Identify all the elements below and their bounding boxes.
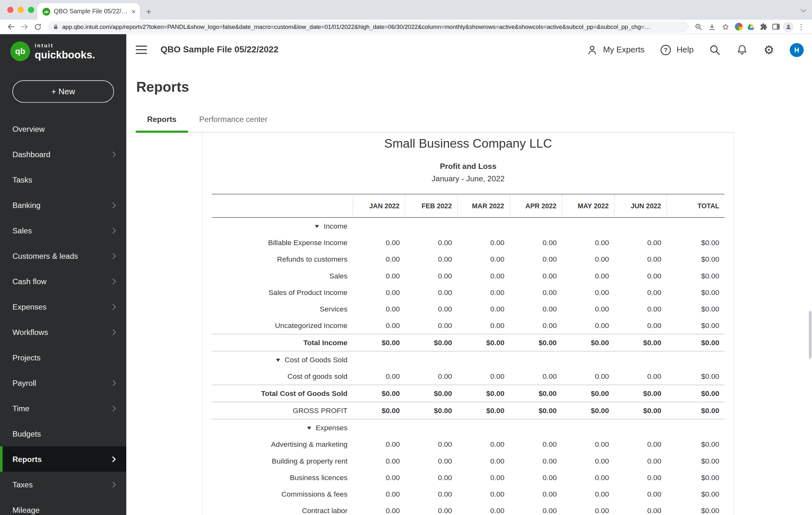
window-minimize-button[interactable] [18,7,24,13]
browser-profile-avatar[interactable] [782,20,794,33]
value-cell: 0.00 [353,267,405,284]
chevron-right-icon [110,278,116,284]
value-cell: 0.00 [457,453,510,469]
quickbooks-app: qb intuit quickbooks. + New OverviewDash… [0,34,812,515]
value-cell: 0.00 [457,267,510,284]
value-cell: 0.00 [457,486,510,502]
value-cell: 0.00 [510,284,562,301]
row-label[interactable]: Cost of Goods Sold [212,351,353,368]
sidebar-item-tasks[interactable]: Tasks [0,167,126,192]
zoom-icon[interactable] [692,20,705,33]
value-cell [510,351,562,368]
collapse-triangle-icon[interactable] [307,427,311,430]
tab-close-icon[interactable]: × [131,8,136,15]
tab-reports[interactable]: Reports [136,107,188,132]
value-cell: 0.00 [457,502,510,515]
search-button[interactable] [709,44,721,56]
value-cell [562,419,614,436]
sidebar-item-sales[interactable]: Sales [0,218,126,243]
my-experts-button[interactable]: My Experts [586,44,644,56]
value-cell: 0.00 [510,502,562,515]
value-cell: 0.00 [614,469,666,486]
browser-menu-icon[interactable]: ⋮ [794,20,808,33]
settings-button[interactable]: ⚙ [763,44,774,56]
row-label-text: GROSS PROFIT [293,406,348,415]
notifications-button[interactable] [736,44,748,56]
row-label[interactable]: Expenses [212,419,353,436]
row-label[interactable]: Income [212,217,353,234]
value-cell: 0.00 [405,284,457,301]
value-cell: $0.00 [405,402,457,419]
value-cell: $0.00 [666,486,724,502]
sidebar-item-banking[interactable]: Banking [0,192,126,218]
sidebar-item-expenses[interactable]: Expenses [0,294,126,319]
sidebar-item-taxes[interactable]: Taxes [0,472,126,497]
user-avatar[interactable]: H [790,43,804,57]
sidebar-item-budgets[interactable]: Budgets [0,421,126,446]
value-cell: 0.00 [562,453,614,469]
account-row: Sales0.000.000.000.000.000.00$0.00 [212,267,724,284]
quickbooks-wordmark: intuit quickbooks. [35,43,95,60]
download-icon[interactable] [705,20,719,33]
forward-button[interactable] [18,20,31,33]
value-cell: $0.00 [666,402,724,419]
new-tab-button[interactable]: + [146,7,151,16]
value-cell [457,217,510,234]
value-cell [510,419,562,436]
value-cell: 0.00 [510,267,562,284]
sidebar-item-projects[interactable]: Projects [0,345,126,370]
row-label: Building & property rent [212,453,353,469]
window-zoom-button[interactable] [28,7,34,13]
hamburger-menu-icon[interactable] [136,46,147,54]
tab-search-chevron-icon[interactable] [801,7,806,12]
sidebar-item-label: Taxes [12,480,33,489]
value-cell: 0.00 [510,301,562,317]
sidebar-item-reports[interactable]: Reports [0,446,126,472]
extensions-puzzle-icon[interactable] [757,20,770,33]
sidebar-item-workflows[interactable]: Workflows [0,319,126,345]
row-label: Billable Expense Income [212,234,353,251]
value-cell: 0.00 [614,284,666,301]
sidebar-item-label: Reports [12,455,42,464]
chevron-right-icon [110,405,116,411]
row-label: Refunds to customers [212,251,353,267]
qb-favicon-icon: qb [42,8,50,15]
value-cell [562,217,614,234]
sidebar-item-mileage[interactable]: Mileage [0,497,126,515]
section-row: Cost of Goods Sold [212,351,724,368]
drive-extension-icon[interactable] [745,20,757,33]
row-label-text: Expenses [316,424,347,432]
sidebar-item-cash-flow[interactable]: Cash flow [0,269,126,294]
collapse-triangle-icon[interactable] [315,225,319,228]
side-panel-icon[interactable] [770,20,782,33]
reload-button[interactable] [31,20,45,33]
password-manager-extension-icon[interactable] [732,20,745,33]
new-button[interactable]: + New [12,80,114,103]
quickbooks-logo[interactable]: qb intuit quickbooks. [0,34,126,61]
help-button[interactable]: ? Help [660,44,694,56]
scrollbar-thumb[interactable] [809,311,811,359]
collapse-triangle-icon[interactable] [276,359,280,362]
sidebar-item-time[interactable]: Time [0,396,126,421]
bookmark-star-icon[interactable] [719,20,732,33]
sidebar-item-dashboard[interactable]: Dashboard [0,142,126,167]
value-cell: 0.00 [353,301,405,317]
value-cell: 0.00 [405,251,457,267]
tab-performance-center[interactable]: Performance center [188,107,279,132]
value-cell: $0.00 [666,251,724,267]
row-label: Sales of Product Income [212,284,353,301]
value-cell: 0.00 [614,502,666,515]
value-cell: 0.00 [353,284,405,301]
address-bar[interactable]: app.qbo.intuit.com/app/reportv2?token=PA… [48,21,689,32]
window-close-button[interactable] [7,7,13,13]
total-row: Total Cost of Goods Sold$0.00$0.00$0.00$… [212,385,724,402]
browser-tab[interactable]: qb QBO Sample File 05/22/2022 × [37,3,140,20]
row-label-text: Business licences [290,473,348,482]
account-row: Uncategorized Income0.000.000.000.000.00… [212,317,724,334]
sidebar-item-payroll[interactable]: Payroll [0,370,126,396]
sidebar-item-overview[interactable]: Overview [0,116,126,142]
sidebar-item-customers-leads[interactable]: Customers & leads [0,243,126,269]
value-cell: 0.00 [405,469,457,486]
back-button[interactable] [4,20,18,33]
value-cell: 0.00 [614,251,666,267]
